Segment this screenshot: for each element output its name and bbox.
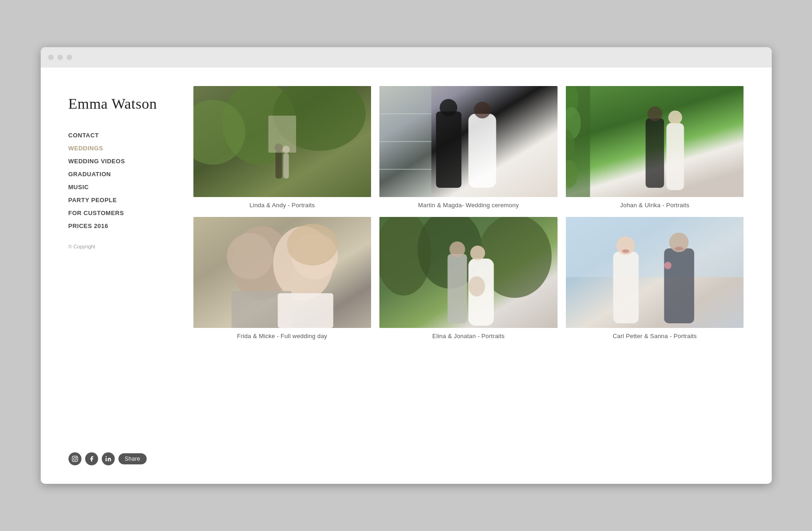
photo-item-6: Carl Petter & Sanna - Portraits — [566, 217, 744, 340]
nav-menu: CONTACT WEDDINGS WEDDING VIDEOS GRADUATI… — [68, 131, 166, 230]
sidebar-bottom: Share — [68, 452, 166, 465]
photo-caption-2: Martin & Magda- Wedding ceremony — [418, 202, 519, 209]
nav-item-prices[interactable]: PRICES 2016 — [68, 222, 166, 230]
nav-item-graduation[interactable]: GRADUATION — [68, 170, 166, 178]
svg-point-55 — [664, 262, 671, 269]
svg-rect-3 — [105, 458, 106, 461]
photo-item-1: Linda & Andy - Portraits — [193, 86, 372, 209]
photo-image-5[interactable] — [379, 217, 558, 328]
svg-point-47 — [470, 246, 485, 260]
facebook-icon[interactable] — [85, 452, 98, 465]
sidebar-top: Emma Watson CONTACT WEDDINGS WEDDING VID… — [68, 95, 166, 249]
nav-item-party-people[interactable]: PARTY PEOPLE — [68, 196, 166, 204]
svg-rect-51 — [613, 252, 638, 323]
svg-rect-53 — [664, 248, 694, 323]
svg-rect-28 — [645, 118, 664, 188]
browser-content: Emma Watson CONTACT WEDDINGS WEDDING VID… — [41, 68, 772, 484]
nav-item-for-customers[interactable]: FOR CUSTOMERS — [68, 209, 166, 217]
nav-link-graduation[interactable]: GRADUATION — [68, 171, 111, 178]
svg-rect-16 — [436, 111, 461, 188]
browser-bar — [41, 47, 772, 68]
sidebar: Emma Watson CONTACT WEDDINGS WEDDING VID… — [41, 68, 184, 484]
nav-item-wedding-videos[interactable]: WEDDING VIDEOS — [68, 157, 166, 165]
photo-item-2: Martin & Magda- Wedding ceremony — [379, 86, 558, 209]
copyright-text: © Copyright — [68, 244, 166, 249]
photo-caption-3: Johan & Ulrika - Portraits — [620, 202, 689, 209]
photo-image-2[interactable] — [379, 86, 558, 197]
social-icons-group: Share — [68, 452, 166, 465]
nav-item-weddings[interactable]: WEDDINGS — [68, 144, 166, 152]
svg-point-12 — [282, 146, 290, 153]
svg-rect-39 — [278, 293, 333, 328]
svg-point-15 — [474, 102, 490, 118]
browser-dot-red — [48, 55, 54, 60]
photo-item-5: Elina & Jonatan - Portraits — [379, 217, 558, 340]
photo-image-4[interactable] — [193, 217, 372, 328]
svg-point-48 — [468, 276, 485, 296]
svg-point-1 — [74, 457, 76, 460]
svg-rect-44 — [447, 254, 467, 323]
linkedin-icon[interactable] — [102, 452, 115, 465]
photo-grid: Linda & Andy - Portraits — [193, 86, 744, 340]
photo-caption-1: Linda & Andy - Portraits — [249, 202, 315, 209]
photo-caption-4: Frida & Micke - Full wedding day — [237, 333, 327, 340]
nav-link-music[interactable]: MUSIC — [68, 184, 89, 191]
nav-link-weddings[interactable]: WEDDINGS — [68, 145, 104, 152]
photo-image-3[interactable] — [566, 86, 744, 197]
site-title: Emma Watson — [68, 95, 166, 112]
svg-point-56 — [622, 249, 629, 253]
svg-point-11 — [274, 143, 283, 152]
browser-dot-yellow — [57, 55, 63, 60]
svg-point-2 — [76, 457, 77, 458]
nav-link-prices[interactable]: PRICES 2016 — [68, 222, 108, 229]
nav-item-contact[interactable]: CONTACT — [68, 131, 166, 139]
svg-point-45 — [449, 241, 465, 257]
nav-link-wedding-videos[interactable]: WEDDING VIDEOS — [68, 158, 125, 165]
photo-image-1[interactable] — [193, 86, 372, 197]
svg-rect-14 — [468, 114, 496, 188]
nav-item-music[interactable]: MUSIC — [68, 183, 166, 191]
svg-point-37 — [287, 224, 338, 266]
svg-point-29 — [647, 106, 662, 121]
svg-rect-9 — [275, 151, 282, 179]
svg-point-31 — [668, 111, 682, 124]
svg-rect-0 — [72, 456, 78, 462]
nav-link-for-customers[interactable]: FOR CUSTOMERS — [68, 210, 124, 216]
share-button[interactable]: Share — [118, 453, 147, 464]
nav-link-party-people[interactable]: PARTY PEOPLE — [68, 197, 117, 204]
svg-point-4 — [105, 456, 106, 457]
svg-point-17 — [440, 99, 457, 117]
photo-caption-5: Elina & Jonatan - Portraits — [432, 333, 504, 340]
photo-image-6[interactable] — [566, 217, 744, 328]
main-content: Linda & Andy - Portraits — [184, 68, 772, 484]
browser-window: Emma Watson CONTACT WEDDINGS WEDDING VID… — [41, 47, 772, 484]
svg-point-34 — [227, 233, 273, 279]
svg-rect-50 — [566, 217, 744, 277]
svg-point-57 — [675, 247, 683, 250]
nav-link-contact[interactable]: CONTACT — [68, 132, 99, 139]
svg-rect-10 — [283, 153, 289, 179]
photo-item-4: Frida & Micke - Full wedding day — [193, 217, 372, 340]
photo-item-3: Johan & Ulrika - Portraits — [566, 86, 744, 209]
photo-caption-6: Carl Petter & Sanna - Portraits — [613, 333, 697, 340]
svg-rect-30 — [666, 123, 684, 190]
instagram-icon[interactable] — [68, 452, 81, 465]
browser-dot-green — [67, 55, 72, 60]
